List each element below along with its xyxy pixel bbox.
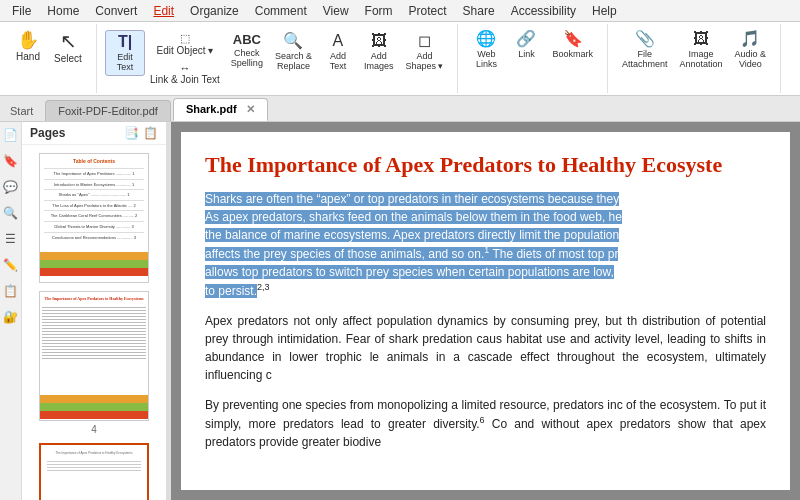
image-annotation-icon: 🖼 xyxy=(693,31,709,47)
toc-item-2: Introduction to Marine Ecosystems ......… xyxy=(44,181,144,189)
edit-text-button[interactable]: T| EditText xyxy=(105,30,145,76)
pdf-title: The Importance of Apex Predators to Heal… xyxy=(205,152,766,178)
hand-icon: ✋ xyxy=(17,31,39,49)
page-thumb-4[interactable]: The Importance of Apex Predators to Heal… xyxy=(30,291,158,435)
ribbon-links-buttons: 🌐 WebLinks 🔗 Link 🔖 Bookmark xyxy=(462,26,603,91)
thumb4-lines xyxy=(40,305,148,361)
toc-item-5: The Caribbean Coral Reef Communities ...… xyxy=(44,212,144,220)
add-images-button[interactable]: 🖼 AddImages xyxy=(358,30,400,74)
page-4-number: 4 xyxy=(30,424,158,435)
tab-start: Start xyxy=(0,101,43,121)
edit-text-label: EditText xyxy=(117,52,134,72)
sidebar-search-icon[interactable]: 🔍 xyxy=(2,204,20,222)
check-spelling-button[interactable]: ABC CheckSpelling xyxy=(225,30,269,71)
ribbon-edit-buttons: T| EditText ⬚ Edit Object ▾ ↔ Link & Joi… xyxy=(101,28,453,89)
search-replace-button[interactable]: 🔍 Search &Replace xyxy=(269,30,318,74)
pdf-para-3: By preventing one species from monopoliz… xyxy=(205,396,766,451)
audio-video-button[interactable]: 🎵 Audio &Video xyxy=(729,28,773,72)
pages-header: Pages 📑 📋 xyxy=(22,122,166,145)
ribbon-tools-buttons: ✋ Hand ↖ Select xyxy=(4,26,92,91)
svg-rect-0 xyxy=(40,252,148,260)
bookmark-label: Bookmark xyxy=(552,49,593,59)
menu-file[interactable]: File xyxy=(4,2,39,20)
link-button[interactable]: 🔗 Link xyxy=(506,28,546,62)
file-attachment-button[interactable]: 📎 FileAttachment xyxy=(616,28,674,72)
sidebar-clipboard-icon[interactable]: 📋 xyxy=(2,282,20,300)
link-join-button[interactable]: ↔ Link & Join Text xyxy=(145,60,225,87)
sidebar-pages-icon[interactable]: 📄 xyxy=(2,126,20,144)
edit-text-icon: T| xyxy=(118,34,132,50)
ribbon-group-edit: T| EditText ⬚ Edit Object ▾ ↔ Link & Joi… xyxy=(97,24,458,93)
menu-protect[interactable]: Protect xyxy=(401,2,455,20)
sidebar-bookmarks-icon[interactable]: 🔖 xyxy=(2,152,20,170)
sidebar-icons: 📄 🔖 💬 🔍 ☰ ✏️ 📋 🔐 xyxy=(0,122,22,500)
image-annotation-label: ImageAnnotation xyxy=(680,49,723,69)
thumb5-content: The Importance of Apex Predators to Heal… xyxy=(41,445,147,500)
link-join-label: Link & Join Text xyxy=(150,74,220,85)
pdf-para-2: Apex predators not only affect populatio… xyxy=(205,312,766,384)
search-replace-icon: 🔍 xyxy=(283,33,303,49)
menu-home[interactable]: Home xyxy=(39,2,87,20)
menu-edit[interactable]: Edit xyxy=(145,2,182,20)
menu-share[interactable]: Share xyxy=(455,2,503,20)
image-annotation-button[interactable]: 🖼 ImageAnnotation xyxy=(674,28,729,72)
add-text-icon: A xyxy=(333,33,344,49)
ribbon-group-attachments: 📎 FileAttachment 🖼 ImageAnnotation 🎵 Aud… xyxy=(608,24,781,93)
link-icon: 🔗 xyxy=(516,31,536,47)
web-links-icon: 🌐 xyxy=(476,31,496,47)
toc-item-7: Conclusions and Recommendations ........… xyxy=(44,234,144,242)
menu-convert[interactable]: Convert xyxy=(87,2,145,20)
menu-organize[interactable]: Organize xyxy=(182,2,247,20)
ribbon-group-links: 🌐 WebLinks 🔗 Link 🔖 Bookmark xyxy=(458,24,608,93)
toc-item-3: Sharks as "Apex" .......................… xyxy=(44,191,144,199)
sidebar-layers-icon[interactable]: ☰ xyxy=(2,230,20,248)
page-thumb-3[interactable]: Table of Contents The Importance of Apex… xyxy=(30,153,158,283)
toc-title: Table of Contents xyxy=(44,158,144,165)
tab-foxit[interactable]: Foxit-PDF-Editor.pdf xyxy=(45,100,171,121)
menu-form[interactable]: Form xyxy=(357,2,401,20)
menu-help[interactable]: Help xyxy=(584,2,625,20)
pdf-content-area[interactable]: The Importance of Apex Predators to Heal… xyxy=(171,122,800,500)
edit-object-label: Edit Object ▾ xyxy=(157,45,214,56)
tab-close-button[interactable]: ✕ xyxy=(246,103,255,115)
sidebar-comments-icon[interactable]: 💬 xyxy=(2,178,20,196)
search-replace-label: Search &Replace xyxy=(275,51,312,71)
tabs-bar: Start Foxit-PDF-Editor.pdf Shark.pdf ✕ xyxy=(0,96,800,122)
file-attachment-label: FileAttachment xyxy=(622,49,668,69)
tab-shark[interactable]: Shark.pdf ✕ xyxy=(173,98,268,121)
hand-button[interactable]: ✋ Hand xyxy=(8,28,48,65)
pages-view-icon[interactable]: 📑 xyxy=(124,126,139,140)
svg-rect-3 xyxy=(40,395,148,403)
add-text-button[interactable]: A AddText xyxy=(318,30,358,74)
toc-item-1: The Importance of Apex Predators .......… xyxy=(44,170,144,178)
sidebar-security-icon[interactable]: 🔐 xyxy=(2,308,20,326)
edit-object-button[interactable]: ⬚ Edit Object ▾ xyxy=(145,30,225,58)
web-links-button[interactable]: 🌐 WebLinks xyxy=(466,28,506,72)
pages-list[interactable]: Table of Contents The Importance of Apex… xyxy=(22,145,166,500)
toc-item-4: The Loss of Apex Predators to the Atlant… xyxy=(44,202,144,210)
hand-label: Hand xyxy=(16,51,40,62)
svg-rect-5 xyxy=(40,411,148,419)
thumb4-decoration xyxy=(40,395,148,420)
bookmark-button[interactable]: 🔖 Bookmark xyxy=(546,28,599,62)
ribbon: ✋ Hand ↖ Select T| EditText ⬚ Edit Objec… xyxy=(0,22,800,96)
add-shapes-button[interactable]: ◻ AddShapes ▾ xyxy=(399,30,449,74)
thumb5-text: The Importance of Apex Predators to Heal… xyxy=(43,447,145,459)
pages-options-icon[interactable]: 📋 xyxy=(143,126,158,140)
ribbon-attachments-buttons: 📎 FileAttachment 🖼 ImageAnnotation 🎵 Aud… xyxy=(612,26,776,91)
audio-video-label: Audio &Video xyxy=(735,49,767,69)
toc-content: Table of Contents The Importance of Apex… xyxy=(40,154,148,245)
page-thumb-4-img: The Importance of Apex Predators to Heal… xyxy=(39,291,149,421)
sidebar-edit-icon[interactable]: ✏️ xyxy=(2,256,20,274)
menu-view[interactable]: View xyxy=(315,2,357,20)
page-thumb-5[interactable]: The Importance of Apex Predators to Heal… xyxy=(30,443,158,500)
menu-comment[interactable]: Comment xyxy=(247,2,315,20)
pages-title: Pages xyxy=(30,126,65,140)
link-join-icon: ↔ xyxy=(179,62,190,74)
edit-object-icon: ⬚ xyxy=(180,32,190,45)
thumb5-lines xyxy=(43,459,145,473)
select-button[interactable]: ↖ Select xyxy=(48,28,88,67)
svg-rect-2 xyxy=(40,268,148,276)
toc-item-6: Global Threats to Marine Diversity .....… xyxy=(44,223,144,231)
menu-accessibility[interactable]: Accessibility xyxy=(503,2,584,20)
